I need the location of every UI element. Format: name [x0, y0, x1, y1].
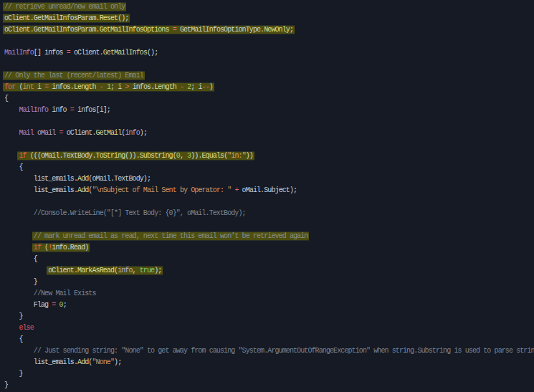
code-line: list_emails.Add(oMail.TextBody);: [4, 173, 534, 185]
code-token-w: ; i: [110, 83, 125, 91]
code-line-highlighted: oClient.GetMailInfosParam.GetMailInfosOp…: [4, 24, 534, 36]
code-line-highlighted: if (((oMail.TextBody.ToString()).Substri…: [4, 150, 534, 162]
code-line: {: [4, 162, 534, 173]
code-token-w: )).: [191, 152, 201, 160]
code-token-w: GetMailInfosOptionType.: [176, 26, 264, 34]
code-token-w: info.Read): [52, 244, 88, 252]
indent-whitespace: [4, 301, 34, 309]
code-token-w: (: [41, 244, 48, 252]
code-token-w: infos.: [129, 83, 155, 91]
code-token-w: list_emails.: [34, 358, 77, 366]
code-token-com: //Console.WriteLine("[*] Text Body: {0}"…: [34, 209, 246, 217]
highlight-marker: oClient.GetMailInfosParam.Reset();: [4, 14, 128, 22]
code-line: [4, 116, 534, 128]
code-token-k: else: [19, 324, 33, 332]
code-token-w: list_emails.: [34, 175, 77, 183]
code-token-w: oClient.GetMailInfosParam.: [4, 14, 100, 22]
code-token-fn: Substring: [140, 152, 173, 160]
code-token-w: (: [15, 83, 22, 91]
code-token-w: infos.: [48, 83, 74, 91]
indent-whitespace: [4, 106, 19, 114]
code-token-w: (oMail.TextBody);: [88, 175, 151, 183]
code-line-highlighted: oClient.MarkAsRead(info, true);: [4, 265, 534, 277]
code-line-highlighted: if (!info.Read): [4, 242, 534, 254]
code-token-bool: true: [140, 267, 154, 274]
code-line: MailInfo info = infos[i];: [4, 105, 534, 116]
code-token-w: ; i: [191, 83, 201, 91]
code-token-w: oClient.: [48, 267, 77, 274]
code-token-k: if: [34, 244, 41, 252]
code-token-w: info: [48, 106, 70, 114]
code-line: [4, 139, 534, 150]
code-token-fn: MarkAsRead: [77, 267, 114, 274]
highlight-marker: oClient.GetMailInfosParam.GetMailInfosOp…: [4, 26, 293, 34]
code-token-fn: Add: [77, 175, 88, 183]
code-token-w: ();: [118, 14, 128, 22]
code-line: list_emails.Add("None");: [4, 357, 534, 368]
code-line: }: [4, 277, 534, 288]
code-token-w: );: [140, 129, 147, 137]
indent-whitespace: [4, 129, 19, 137]
code-line: Flag = 0;: [4, 300, 534, 311]
code-line: [4, 59, 534, 70]
code-token-w: oClient.: [63, 129, 96, 137]
code-line: {: [4, 93, 534, 105]
code-editor: // retrieve unread/new email onlyoClient…: [0, 0, 534, 392]
indent-whitespace: [4, 347, 34, 355]
indent-whitespace: [4, 186, 34, 194]
code-line: [4, 196, 534, 208]
code-token-com: // Only the last (recent/latest) Email: [4, 72, 143, 80]
code-token-com: // retrieve unread/new email only: [4, 3, 125, 11]
indent-whitespace: [4, 221, 34, 229]
indent-whitespace: [4, 312, 19, 320]
code-line-highlighted: for (int i = infos.Length - 1; i > infos…: [4, 82, 534, 93]
code-token-fn: NewOnly: [264, 26, 290, 34]
code-line-highlighted: oClient.GetMailInfosParam.Reset();: [4, 13, 534, 24]
code-token-str: "None": [92, 358, 114, 366]
code-token-w: }: [34, 278, 37, 286]
code-token-fn: GetMailInfos: [103, 49, 147, 57]
code-token-var2: info: [125, 129, 139, 137]
code-token-w: }: [19, 370, 22, 378]
code-line: MailInfo[] infos = oClient.GetMailInfos(…: [4, 47, 534, 59]
code-line: list_emails.Add("\nSubject of Mail Sent …: [4, 185, 534, 196]
code-line: else: [4, 322, 534, 334]
code-token-com: // mark unread email as read, next time …: [34, 232, 308, 240]
code-token-ty: MailInfo: [19, 106, 48, 114]
code-token-fn: GetMail: [96, 129, 122, 137]
code-token-kt: int: [23, 83, 34, 91]
code-token-var2: info: [118, 267, 132, 274]
code-token-w: [] infos: [34, 49, 67, 57]
indent-whitespace: [4, 140, 19, 148]
code-token-w: {: [4, 95, 8, 102]
code-line: // Just sending string: "None" to get aw…: [4, 345, 534, 357]
code-token-w: {: [19, 335, 22, 343]
code-token-fn: Equals: [202, 152, 224, 160]
code-token-w: ()).: [125, 152, 139, 160]
code-token-fn: ToString: [96, 152, 125, 160]
indent-whitespace: [4, 290, 34, 297]
indent-whitespace: [4, 118, 19, 125]
code-token-w: {: [34, 255, 37, 263]
code-token-w: oClient.: [70, 49, 103, 57]
indent-whitespace: [4, 232, 34, 240]
code-token-w: }: [19, 312, 22, 320]
indent-whitespace: [4, 163, 19, 171]
code-line: Mail oMail = oClient.GetMail(info);: [4, 128, 534, 139]
highlight-marker: // Only the last (recent/latest) Email: [4, 72, 143, 80]
code-token-w: );: [114, 358, 121, 366]
code-token-var2: oMail: [37, 129, 56, 137]
code-token-w: ();: [147, 49, 158, 57]
highlight-marker: // mark unread email as read, next time …: [34, 232, 308, 240]
indent-whitespace: [4, 335, 19, 343]
code-line: {: [4, 334, 534, 345]
code-token-fn: Length: [154, 83, 176, 91]
highlight-marker: for (int i = infos.Length - 1; i > infos…: [4, 83, 213, 91]
code-line: }: [4, 380, 534, 391]
code-token-str: "in:": [227, 152, 246, 160]
code-token-w: ): [209, 83, 213, 91]
indent-whitespace: [4, 175, 34, 183]
code-line: [4, 36, 534, 47]
indent-whitespace: [4, 267, 48, 274]
code-line: //Console.WriteLine("[*] Text Body: {0}"…: [4, 208, 534, 219]
